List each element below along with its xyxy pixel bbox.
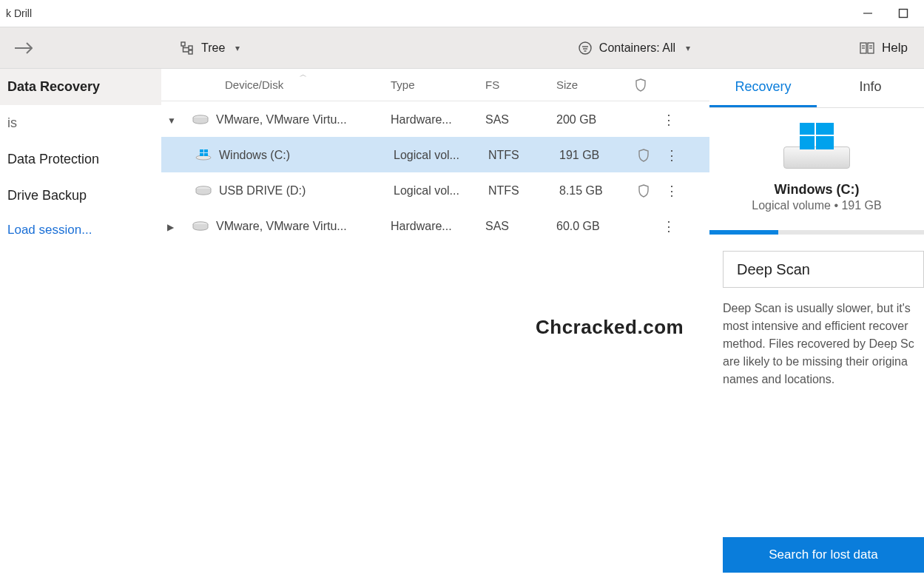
main-content: Tree ▾ Containers: All ▾ Device/Disk︿ Ty… [161, 27, 709, 583]
col-device[interactable]: Device/Disk︿ [188, 78, 386, 91]
filter-icon [579, 41, 592, 55]
table-row[interactable]: ▶VMware, VMware Virtu...Hardware...SAS60… [161, 208, 709, 243]
svg-rect-13 [204, 149, 208, 152]
expander-icon[interactable]: ▼ [167, 115, 179, 126]
table-row[interactable]: ▼VMware, VMware Virtu...Hardware...SAS20… [161, 101, 709, 137]
device-name: VMware, VMware Virtu... [216, 220, 347, 233]
help-button[interactable]: Help [709, 27, 924, 69]
device-fs: SAS [481, 113, 552, 127]
containers-dropdown[interactable]: Containers: All ▾ [579, 41, 690, 55]
row-menu-button[interactable]: ⋮ [655, 218, 681, 235]
device-fs: SAS [481, 220, 552, 233]
right-panel: Help Recovery Info Windows (C:) Logical … [709, 27, 924, 583]
sidebar: Data RecoveryisData ProtectionDrive Back… [0, 27, 161, 583]
expander-icon[interactable]: ▶ [167, 222, 179, 232]
minimize-button[interactable] [862, 7, 874, 19]
tree-label: Tree [201, 41, 225, 55]
windows-drive-icon [195, 149, 212, 161]
device-size: 8.15 GB [555, 184, 629, 198]
device-name: Windows (C:) [219, 149, 290, 162]
sidebar-item-data-recovery[interactable]: Data Recovery [0, 69, 161, 105]
back-button[interactable] [0, 27, 161, 69]
hdd-icon [192, 220, 209, 232]
device-size: 191 GB [555, 149, 629, 162]
table-row[interactable]: Windows (C:)Logical vol...NTFS191 GB⋮ [161, 137, 709, 172]
tab-recovery[interactable]: Recovery [709, 69, 817, 107]
containers-label: Containers: All [599, 41, 675, 55]
table-header: Device/Disk︿ Type FS Size [161, 69, 709, 101]
hdd-icon [192, 114, 209, 126]
window-title: k Drill [6, 7, 32, 19]
table-body: ▼VMware, VMware Virtu...Hardware...SAS20… [161, 101, 709, 243]
svg-rect-15 [204, 153, 208, 156]
svg-rect-5 [189, 50, 192, 54]
row-menu-button[interactable]: ⋮ [658, 147, 684, 164]
device-name: USB DRIVE (D:) [219, 184, 306, 198]
protection-icon [629, 149, 658, 162]
hdd-icon [195, 185, 212, 197]
help-icon [860, 42, 874, 54]
maximize-button[interactable] [897, 7, 909, 19]
svg-rect-3 [181, 42, 185, 46]
usage-bar [709, 230, 924, 235]
device-subtitle: Logical volume • 191 GB [752, 199, 881, 212]
scan-mode-select[interactable]: Deep Scan [723, 251, 924, 288]
drive-icon [783, 123, 850, 169]
svg-rect-1 [900, 10, 908, 18]
svg-rect-4 [189, 46, 192, 50]
table-row[interactable]: USB DRIVE (D:)Logical vol...NTFS8.15 GB⋮ [161, 172, 709, 208]
tree-dropdown[interactable]: Tree ▾ [181, 41, 240, 55]
device-size: 200 GB [552, 113, 626, 127]
device-size: 60.0 GB [552, 220, 626, 233]
device-title: Windows (C:) [775, 182, 860, 198]
row-menu-button[interactable]: ⋮ [655, 112, 681, 128]
tab-info[interactable]: Info [817, 69, 924, 107]
toolbar: Tree ▾ Containers: All ▾ [161, 27, 709, 69]
col-size[interactable]: Size [552, 78, 626, 91]
svg-rect-12 [200, 149, 203, 152]
col-fs[interactable]: FS [481, 78, 552, 91]
device-type: Hardware... [386, 220, 481, 233]
sidebar-item-drive-backup[interactable]: Drive Backup [0, 178, 161, 214]
svg-rect-14 [200, 153, 203, 156]
col-protection[interactable] [626, 78, 655, 92]
device-type: Logical vol... [389, 149, 484, 162]
scan-description: Deep Scan is usually slower, but it's mo… [709, 300, 924, 388]
window-controls [862, 7, 924, 19]
col-type[interactable]: Type [386, 78, 481, 91]
help-label: Help [882, 41, 908, 55]
device-fs: NTFS [484, 149, 555, 162]
load-session-link[interactable]: Load session... [0, 214, 161, 246]
watermark-text: Chcracked.com [536, 316, 684, 339]
device-type: Hardware... [386, 113, 481, 127]
tabs: Recovery Info [709, 69, 924, 108]
svg-point-6 [579, 42, 591, 54]
search-lost-data-button[interactable]: Search for lost data [723, 537, 924, 573]
device-name: VMware, VMware Virtu... [216, 113, 347, 127]
sidebar-item-is[interactable]: is [0, 105, 161, 141]
tree-icon [181, 41, 194, 55]
chevron-down-icon: ▾ [235, 43, 240, 53]
row-menu-button[interactable]: ⋮ [658, 183, 684, 199]
device-type: Logical vol... [389, 184, 484, 198]
chevron-down-icon: ▾ [686, 43, 690, 53]
sidebar-item-data-protection[interactable]: Data Protection [0, 141, 161, 178]
title-bar: k Drill [0, 0, 924, 27]
device-visual: Windows (C:) Logical volume • 191 GB [709, 108, 924, 218]
device-fs: NTFS [484, 184, 555, 198]
protection-icon [629, 184, 658, 198]
